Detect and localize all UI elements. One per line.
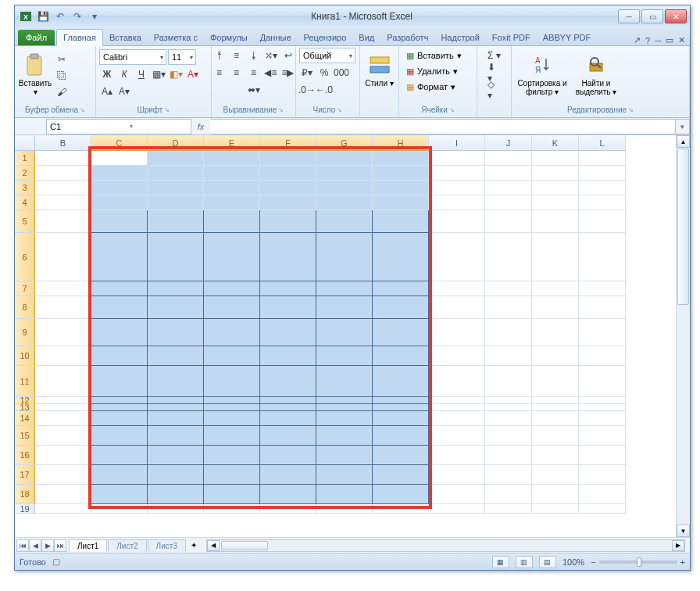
cell[interactable] bbox=[532, 151, 579, 166]
cell[interactable] bbox=[91, 404, 148, 411]
cell[interactable] bbox=[204, 366, 260, 397]
qat-more-icon[interactable]: ▾ bbox=[87, 9, 102, 24]
ribbon-tab-данные[interactable]: Данные bbox=[254, 30, 298, 45]
cell[interactable] bbox=[532, 195, 579, 210]
cell[interactable] bbox=[429, 504, 485, 514]
cell[interactable] bbox=[148, 319, 204, 346]
align-right-icon[interactable]: ≡ bbox=[246, 65, 262, 81]
cell[interactable] bbox=[532, 485, 579, 504]
cell[interactable] bbox=[148, 397, 204, 404]
sort-filter-button[interactable]: АЯ Сортировка и фильтр ▾ bbox=[515, 50, 570, 102]
cell[interactable] bbox=[260, 504, 316, 514]
cell[interactable] bbox=[373, 397, 429, 404]
cell[interactable] bbox=[204, 233, 260, 281]
styles-button[interactable]: Стили ▾ bbox=[363, 50, 395, 102]
cell[interactable] bbox=[316, 181, 373, 195]
cell[interactable] bbox=[35, 296, 91, 319]
doc-min-icon[interactable]: ─ bbox=[655, 36, 661, 45]
cell[interactable] bbox=[91, 366, 148, 397]
cell[interactable] bbox=[579, 195, 626, 210]
cell[interactable] bbox=[91, 181, 148, 195]
cell[interactable] bbox=[260, 281, 316, 296]
cell[interactable] bbox=[148, 210, 204, 233]
cell[interactable] bbox=[148, 485, 204, 504]
cell[interactable] bbox=[35, 366, 91, 397]
sheet-nav-next-icon[interactable]: ▶ bbox=[41, 539, 54, 552]
cell[interactable] bbox=[260, 397, 316, 404]
cell[interactable] bbox=[579, 151, 626, 166]
cell[interactable] bbox=[532, 504, 579, 514]
cell[interactable] bbox=[373, 281, 429, 296]
cell[interactable] bbox=[316, 296, 373, 319]
ribbon-tab-abbyy pdf[interactable]: ABBYY PDF bbox=[537, 30, 598, 45]
ribbon-minimize-icon[interactable]: ↗ bbox=[634, 35, 641, 45]
cell[interactable] bbox=[35, 504, 91, 514]
row-header-2[interactable]: 2 bbox=[15, 166, 35, 181]
grow-font-icon[interactable]: A▴ bbox=[99, 84, 115, 99]
cell[interactable] bbox=[485, 195, 532, 210]
cell[interactable] bbox=[579, 319, 626, 346]
decrease-decimal-icon[interactable]: ←.0 bbox=[316, 82, 332, 98]
ribbon-tab-формулы[interactable]: Формулы bbox=[204, 30, 254, 45]
cell[interactable] bbox=[316, 465, 373, 485]
cell[interactable] bbox=[532, 296, 579, 319]
cell[interactable] bbox=[316, 446, 373, 465]
zoom-slider[interactable] bbox=[599, 561, 677, 564]
cell[interactable] bbox=[579, 446, 626, 465]
horizontal-scrollbar[interactable]: ◀ ▶ bbox=[206, 539, 685, 552]
cell[interactable] bbox=[532, 465, 579, 485]
cell[interactable] bbox=[373, 426, 429, 446]
cell[interactable] bbox=[91, 411, 148, 426]
macro-record-icon[interactable]: ▢ bbox=[52, 557, 60, 567]
cell[interactable] bbox=[91, 319, 148, 346]
cell[interactable] bbox=[532, 319, 579, 346]
cell[interactable] bbox=[373, 446, 429, 465]
cell[interactable] bbox=[579, 426, 626, 446]
cell[interactable] bbox=[579, 397, 626, 404]
cell[interactable] bbox=[148, 446, 204, 465]
cell[interactable] bbox=[260, 166, 316, 181]
cell[interactable] bbox=[316, 166, 373, 181]
ribbon-tab-разработч[interactable]: Разработч bbox=[380, 30, 434, 45]
cell[interactable] bbox=[91, 397, 148, 404]
cell[interactable] bbox=[91, 346, 148, 366]
vscroll-thumb[interactable] bbox=[677, 149, 689, 305]
scroll-down-icon[interactable]: ▼ bbox=[677, 525, 690, 537]
cell[interactable] bbox=[429, 296, 485, 319]
cell[interactable] bbox=[485, 210, 532, 233]
cell[interactable] bbox=[373, 296, 429, 319]
zoom-level[interactable]: 100% bbox=[562, 557, 584, 567]
cell[interactable] bbox=[429, 366, 485, 397]
cell[interactable] bbox=[579, 465, 626, 485]
cell[interactable] bbox=[316, 485, 373, 504]
increase-indent-icon[interactable]: ≡▶ bbox=[280, 65, 296, 81]
ribbon-tab-рецензиро[interactable]: Рецензиро bbox=[298, 30, 353, 45]
cell[interactable] bbox=[579, 485, 626, 504]
cell[interactable] bbox=[373, 411, 429, 426]
cell[interactable] bbox=[35, 446, 91, 465]
cell[interactable] bbox=[485, 397, 532, 404]
cell[interactable] bbox=[429, 195, 485, 210]
ribbon-tab-вставка[interactable]: Вставка bbox=[103, 30, 148, 45]
cell[interactable] bbox=[35, 233, 91, 281]
scroll-right-icon[interactable]: ▶ bbox=[672, 540, 684, 551]
border-button[interactable]: ▦▾ bbox=[151, 66, 166, 82]
cell[interactable] bbox=[429, 319, 485, 346]
cell[interactable] bbox=[429, 233, 485, 281]
cell[interactable] bbox=[260, 346, 316, 366]
bold-button[interactable]: Ж bbox=[99, 66, 115, 82]
cell[interactable] bbox=[485, 366, 532, 397]
row-header-14[interactable]: 14 bbox=[15, 411, 35, 426]
help-icon[interactable]: ? bbox=[645, 36, 650, 45]
col-header-I[interactable]: I bbox=[429, 135, 485, 151]
cell[interactable] bbox=[260, 411, 316, 426]
cell[interactable] bbox=[204, 404, 260, 411]
cell[interactable] bbox=[373, 195, 429, 210]
cell[interactable] bbox=[148, 465, 204, 485]
cell[interactable] bbox=[316, 346, 373, 366]
insert-cells-button[interactable]: ▦Вставить ▾ bbox=[402, 48, 473, 63]
sheet-tab-Лист3[interactable]: Лист3 bbox=[148, 539, 186, 552]
zoom-out-icon[interactable]: − bbox=[591, 557, 595, 567]
cell[interactable] bbox=[485, 319, 532, 346]
sheet-tab-Лист2[interactable]: Лист2 bbox=[108, 539, 146, 552]
